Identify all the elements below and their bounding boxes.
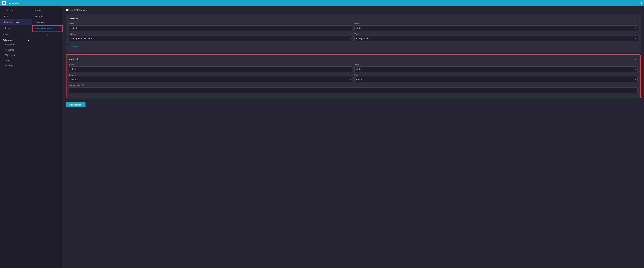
- sidebar-item-settings[interactable]: Settings: [0, 63, 32, 68]
- sidebar: Dashboard Hosts Virtual Machines Volumes…: [0, 6, 32, 268]
- volumes-label: Volumes: [3, 27, 11, 29]
- app-logo: Harvester: [2, 1, 19, 5]
- arrow-indicator: ↑: [32, 32, 62, 36]
- app-title: Harvester: [8, 2, 19, 4]
- network-card-2-mac-label: Mac Address i: [69, 84, 638, 87]
- red-arrow: ↑: [47, 32, 48, 36]
- network-card-1-model-group: Model virtio e1000 ▾: [354, 23, 638, 31]
- network-card-1-type-label: Type: [354, 33, 638, 35]
- network-card-2-header: Network ✕: [69, 57, 638, 61]
- network-card-2-mac-input[interactable]: [69, 87, 638, 93]
- network-card-2-close-button[interactable]: ✕: [633, 57, 638, 61]
- add-network-button[interactable]: Add Network: [66, 102, 86, 107]
- network-card-1-network-wrapper: management Network vlan91 ▾: [69, 36, 352, 41]
- network-card-1-name-input[interactable]: [69, 25, 352, 31]
- use-vm-template-label: Use VM Template:: [70, 9, 88, 11]
- networks-label: Networks: [5, 49, 14, 51]
- svg-rect-1: [4, 2, 5, 3]
- inner-layout: Basics Volumes Networks Advanced Options…: [32, 6, 644, 268]
- sidebar-item-ssh-keys[interactable]: SSH Keys: [0, 52, 32, 58]
- sidebar-item-users[interactable]: Users: [0, 58, 32, 63]
- network-card-2-row-3: Mac Address i: [69, 84, 638, 93]
- network-card-1-close-button[interactable]: ✕: [634, 16, 638, 20]
- hosts-label: Hosts: [3, 15, 8, 18]
- sidebar-item-virtual-machines[interactable]: Virtual Machines: [0, 19, 32, 25]
- network-card-2-name-label: Name: [69, 64, 352, 66]
- svg-rect-2: [3, 3, 4, 4]
- network-card-2-model-group: Model virtio e1000 ▾: [354, 64, 638, 72]
- sub-nav-basics[interactable]: Basics: [32, 7, 62, 13]
- network-card-1-model-select[interactable]: virtio e1000: [354, 25, 638, 31]
- network-card-2-model-select[interactable]: virtio e1000: [354, 66, 638, 72]
- templates-label: Templates: [5, 43, 15, 46]
- network-card-2-type-select[interactable]: bridge masquerade: [354, 77, 638, 82]
- settings-label: Settings: [5, 64, 13, 67]
- advanced-options-nav-label: Advanced Options: [35, 27, 53, 30]
- network-card-1-type-select[interactable]: masquerade bridge: [354, 36, 638, 41]
- network-card-1-title: Network: [69, 17, 78, 20]
- advanced-section-header[interactable]: Advanced ▲: [0, 37, 32, 42]
- sidebar-item-hosts[interactable]: Hosts: [0, 13, 32, 19]
- images-label: Images: [3, 33, 10, 35]
- topbar-expand-icon[interactable]: ⊞: [640, 1, 642, 5]
- network-card-2-name-input[interactable]: [69, 66, 352, 72]
- network-card-1: Network ✕ Name Model: [66, 14, 640, 52]
- network-card-2-row-1: Name Model virtio e1000 ▾: [69, 64, 638, 72]
- network-card-1-name-label: Name: [69, 23, 352, 25]
- network-card-1-row-2: Network management Network vlan91 ▾ Type: [69, 33, 638, 41]
- network-card-2-type-wrapper: bridge masquerade ▾: [354, 77, 638, 82]
- network-card-2-network-group: Network vlan91 management Network ▾: [69, 74, 352, 82]
- network-card-1-header: Network ✕: [69, 16, 638, 20]
- network-card-1-network-group: Network management Network vlan91 ▾: [69, 33, 352, 41]
- users-label: Users: [5, 59, 10, 62]
- network-card-1-name-group: Name: [69, 23, 352, 31]
- network-card-1-network-label: Network: [69, 33, 352, 35]
- sub-nav: Basics Volumes Networks Advanced Options…: [32, 6, 63, 268]
- mac-info-icon[interactable]: i: [81, 84, 84, 87]
- page-content: Use VM Template: Network ✕ Name: [63, 6, 644, 268]
- advanced-label: Advanced: [3, 39, 13, 41]
- basics-nav-label: Basics: [35, 9, 42, 12]
- network-card-2-type-group: Type bridge masquerade ▾: [354, 74, 638, 82]
- sidebar-item-templates[interactable]: Templates: [0, 42, 32, 47]
- sub-nav-volumes[interactable]: Volumes: [32, 13, 62, 19]
- network-card-2: Network ✕ Name Model: [66, 54, 640, 98]
- vms-label: Virtual Machines: [3, 21, 19, 23]
- close-icon: ✕: [635, 17, 637, 20]
- network-card-2-mac-group: Mac Address i: [69, 84, 638, 93]
- network-card-1-model-wrapper: virtio e1000 ▾: [354, 25, 638, 31]
- network-card-2-type-label: Type: [354, 74, 638, 76]
- ssh-keys-label: SSH Keys: [5, 54, 15, 56]
- volumes-nav-label: Volumes: [35, 15, 44, 18]
- main-layout: Dashboard Hosts Virtual Machines Volumes…: [0, 6, 644, 268]
- use-vm-template-row: Use VM Template:: [66, 9, 640, 11]
- sidebar-item-images[interactable]: Images: [0, 31, 32, 37]
- sub-nav-networks[interactable]: Networks: [32, 19, 62, 25]
- network-card-1-row-1: Name Model virtio e1000 ▾: [69, 23, 638, 31]
- dashboard-label: Dashboard: [3, 9, 14, 12]
- network-card-2-model-wrapper: virtio e1000 ▾: [354, 66, 638, 72]
- page-inner: Use VM Template: Network ✕ Name: [63, 6, 644, 268]
- sidebar-item-dashboard[interactable]: Dashboard: [0, 7, 32, 13]
- advanced-chevron: ▲: [27, 39, 30, 41]
- network-card-2-model-label: Model: [354, 64, 638, 66]
- sidebar-item-volumes[interactable]: Volumes: [0, 25, 32, 31]
- network-card-2-network-select[interactable]: vlan91 management Network: [69, 77, 352, 82]
- networks-nav-label: Networks: [35, 21, 44, 23]
- add-port-button[interactable]: Add Port: [69, 44, 83, 49]
- sidebar-item-networks[interactable]: Networks: [0, 47, 32, 52]
- network-card-2-name-group: Name: [69, 64, 352, 72]
- network-card-1-type-wrapper: masquerade bridge ▾: [354, 36, 638, 41]
- add-port-label: Add Port: [72, 45, 80, 48]
- add-network-label: Add Network: [70, 104, 82, 106]
- network-card-2-network-label: Network: [69, 74, 352, 76]
- sub-nav-advanced-options[interactable]: Advanced Options: [32, 25, 62, 32]
- logo-icon: [2, 1, 6, 5]
- network-card-1-type-group: Type masquerade bridge ▾: [354, 33, 638, 41]
- network-card-2-title: Network: [69, 58, 78, 61]
- close-icon-2: ✕: [634, 58, 636, 61]
- use-vm-template-checkbox[interactable]: [66, 9, 68, 11]
- network-card-1-network-select[interactable]: management Network vlan91: [69, 36, 352, 41]
- network-card-2-row-2: Network vlan91 management Network ▾ Type: [69, 74, 638, 82]
- svg-rect-3: [4, 3, 5, 4]
